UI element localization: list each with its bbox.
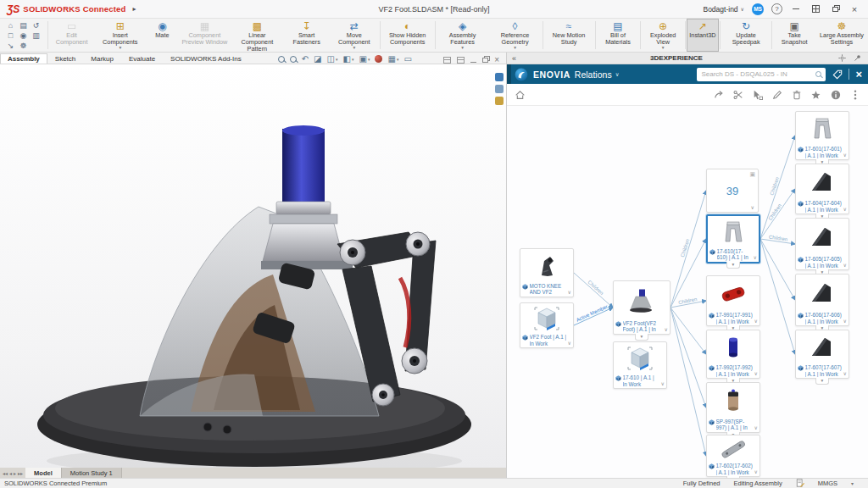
expand-children-tab[interactable]: ▾ (815, 378, 829, 385)
model-viewport[interactable] (0, 64, 506, 468)
doc-close-icon[interactable]: × (494, 57, 499, 64)
home-icon[interactable] (515, 89, 526, 100)
chevron-down-icon[interactable]: ∨ (568, 290, 571, 296)
tab-markup[interactable]: Markup (83, 53, 121, 64)
tab-solidworks-add-ins[interactable]: SOLIDWORKS Add-Ins (163, 53, 249, 64)
favorite-icon[interactable] (810, 89, 821, 100)
chevron-down-icon[interactable]: ∨ (843, 152, 847, 158)
chevron-down-icon[interactable]: ∨ (843, 263, 847, 269)
graph-node-n17-602[interactable]: 17-602(17-602) | A.1 | In Work∨▾ (706, 435, 760, 477)
logo-flyout-arrow-icon[interactable]: ▸ (133, 5, 136, 13)
chevron-down-icon[interactable]: ∨ (843, 371, 847, 377)
graph-node-vf2-foot-rep[interactable]: VF2 Foot(VF2 Foot) | A.1 | In Work∨▾ (613, 280, 670, 335)
ribbon-button-exploded-view[interactable]: ⊕Exploded View▾ (642, 19, 684, 52)
graph-node-n17-601[interactable]: 17-601(17-601) | A.1 | In Work∨▾ (795, 111, 849, 160)
chevron-down-icon[interactable]: ∨ (843, 207, 847, 213)
chevron-down-icon[interactable]: ∨ (568, 341, 571, 347)
tag-icon[interactable] (832, 69, 843, 80)
chevron-down-icon[interactable]: ∨ (751, 204, 754, 210)
close-button[interactable]: × (849, 3, 860, 15)
undo-icon[interactable]: ↺ (30, 20, 42, 30)
zoom-fit-icon[interactable] (278, 56, 285, 63)
ribbon-button-bill-of-materials[interactable]: ▤Bill of Materials (597, 19, 640, 52)
doc-tab-motion-study-1[interactable]: Motion Study 1 (62, 468, 122, 478)
graph-node-n17-610[interactable]: 17-610(17-610) | A.1 | In Work∨▾ (706, 214, 760, 263)
select-mode-icon[interactable] (752, 89, 763, 100)
tab-assembly[interactable]: Assembly (0, 53, 47, 64)
options-gear-icon[interactable]: ☸ (17, 41, 30, 51)
chevron-down-icon[interactable]: ∨ (615, 71, 620, 78)
chevron-down-icon[interactable]: ∨ (754, 319, 758, 324)
tab-evaluate[interactable]: Evaluate (121, 53, 163, 64)
pane-left-icon[interactable] (443, 57, 451, 64)
close-panel-icon[interactable]: × (855, 69, 862, 80)
ribbon-button-reference-geometry[interactable]: ◊Reference Geometry▾ (489, 19, 542, 52)
ribbon-button-large-assembly-settings[interactable]: ☸Large Assembly Settings (815, 19, 868, 52)
expand-group-icon[interactable]: ▣ (749, 171, 755, 177)
units-dropdown-icon[interactable]: ▾ (851, 480, 854, 486)
doc-minimize-icon[interactable] (470, 62, 476, 63)
ribbon-button-instant3d[interactable]: ↗Instant3D (687, 19, 719, 52)
graph-node-vf2-foot-product[interactable]: VF2 Foot | A.1 | In Work∨ (520, 302, 574, 348)
ribbon-button-smart-fasteners[interactable]: ↧Smart Fasteners (283, 19, 330, 52)
ribbon-button-update-speedpak[interactable]: ↻Update Speedpak (721, 19, 771, 52)
home-icon[interactable]: ⌂ (4, 20, 17, 30)
relations-app-title[interactable]: Relations (575, 69, 612, 80)
view-orientation-icon[interactable]: ▣▾ (359, 54, 370, 64)
tab-nav-arrows[interactable]: ◂◂◂▸▸▸ (0, 468, 25, 478)
ribbon-button-take-snapshot[interactable]: ▣Take Snapshot (773, 19, 815, 52)
chevron-down-icon[interactable]: ∨ (665, 327, 668, 333)
drag-grip[interactable] (507, 64, 511, 84)
pin-panel-icon[interactable] (852, 53, 863, 64)
panel-settings-gear-icon[interactable] (837, 53, 848, 64)
ribbon-button-assembly-features[interactable]: ◈Assembly Features▾ (437, 19, 489, 52)
scene-icon[interactable]: ▦▾ (387, 54, 398, 64)
expand-children-tab[interactable]: ▾ (635, 334, 648, 341)
previous-view-icon[interactable]: ↶ (302, 54, 309, 64)
rebuild-icon[interactable]: ↘ (4, 41, 17, 51)
account-menu[interactable]: Bodagt-ind ∨ (703, 5, 744, 14)
help-icon[interactable]: ? (771, 3, 782, 14)
doc-restore-icon[interactable] (482, 58, 488, 63)
pane-right-icon[interactable] (457, 57, 465, 64)
user-avatar[interactable]: MS (752, 3, 764, 15)
status-mmgs[interactable]: MMGS (818, 480, 837, 487)
graph-node-moto-knee[interactable]: MOTO KNEE AND VF2 FOOT…∨ (520, 248, 574, 297)
appearance-icon[interactable] (375, 55, 382, 63)
graph-node-sp-997[interactable]: SP-997(SP-997) | A.1 | In Work∨▾ (706, 382, 760, 433)
hide-show-items-icon[interactable]: ◫▾ (327, 54, 338, 64)
section-view-icon[interactable]: ◪ (314, 54, 321, 64)
graph-node-n17-604[interactable]: 17-604(17-604) | A.1 | In Work∨▾ (795, 164, 849, 214)
check-icon[interactable]: ◉ (17, 30, 30, 41)
ribbon-button-insert-components[interactable]: ⊞Insert Components▾ (94, 19, 146, 52)
search-box[interactable] (697, 68, 826, 81)
chevron-down-icon[interactable]: ∨ (661, 381, 665, 387)
chevron-down-icon[interactable]: ∨ (754, 371, 758, 377)
ribbon-button-move-component[interactable]: ⇄Move Component▾ (330, 19, 379, 52)
screen-icon[interactable]: ▭ (403, 54, 411, 64)
graph-node-n17-992[interactable]: 17-992(17-992) | A.1 | In Work∨▾ (706, 330, 760, 379)
new-document-icon[interactable]: □ (4, 30, 17, 41)
ribbon-button-new-motion-study[interactable]: ≈New Motion Study (544, 19, 594, 52)
graph-node-n17-607[interactable]: 17-607(17-607) | A.1 | In Work∨▾ (795, 330, 849, 379)
chevron-down-icon[interactable]: ∨ (754, 425, 758, 431)
export-arrow-icon[interactable] (713, 89, 724, 100)
info-icon[interactable] (830, 89, 841, 100)
expand-children-tab[interactable]: ▾ (726, 262, 740, 269)
open-document-icon[interactable]: ▤ (17, 20, 30, 30)
cut-icon[interactable] (732, 89, 743, 100)
zoom-area-icon[interactable] (290, 56, 297, 63)
graph-node-n17-605[interactable]: 17-605(17-605) | A.1 | In Work∨▾ (795, 218, 849, 270)
graph-node-n17-991[interactable]: 17-991(17-991) | A.1 | In Work∨▾ (706, 275, 760, 326)
restore-button[interactable] (829, 3, 841, 15)
task-pane-tab-icon[interactable] (495, 73, 504, 81)
display-style-icon[interactable]: ◧▾ (343, 54, 354, 64)
doc-tab-model[interactable]: Model (25, 468, 62, 478)
maximize-grid-button[interactable] (810, 3, 821, 15)
3dexperience-compass-icon[interactable] (515, 68, 528, 81)
search-input[interactable] (701, 70, 812, 78)
search-icon[interactable] (815, 71, 821, 77)
graph-node-group-39[interactable]: 39▣∨ (706, 169, 759, 213)
chevron-down-icon[interactable]: ∨ (843, 319, 847, 324)
ribbon-button-mate[interactable]: ◉Mate (146, 19, 178, 52)
